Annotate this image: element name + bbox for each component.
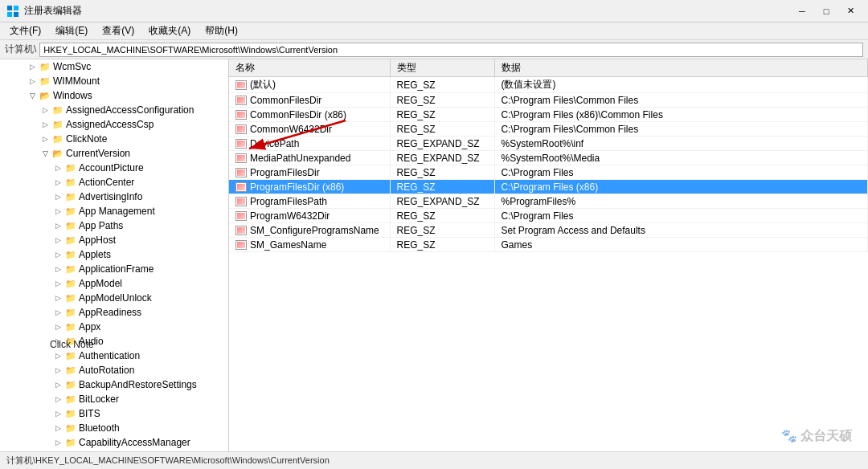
cell-data: C:\Program Files (x86)\Common Files [494, 108, 868, 122]
table-row[interactable]: ProgramFilesPathREG_EXPAND_SZ%ProgramFil… [229, 194, 868, 209]
menu-edit[interactable]: 编辑(E) [49, 22, 94, 39]
expand-wimmount[interactable]: ▷ [26, 77, 39, 85]
tree-panel: ▷ 📁 WcmSvc ▷ 📁 WIMMount ▽ 📂 Windows ▷ 📁 … [0, 59, 229, 451]
tree-label-authentication: Authentication [77, 350, 140, 361]
tree-item-capture[interactable]: ▷ 📁 Capture [0, 450, 228, 451]
tree-label-accountpicture: AccountPicture [77, 162, 144, 173]
expand-appmodelunlock[interactable]: ▷ [51, 294, 64, 302]
expand-audio[interactable]: ▷ [51, 337, 64, 345]
table-row[interactable]: CommonW6432DirREG_SZC:\Program Files\Com… [229, 122, 868, 137]
folder-icon-audio: 📁 [64, 336, 77, 347]
table-row[interactable]: ProgramFilesDir (x86)REG_SZC:\Program Fi… [229, 180, 868, 194]
tree-item-appmodelunlock[interactable]: ▷ 📁 AppModelUnlock [0, 291, 228, 305]
expand-assignedaccesscsp[interactable]: ▷ [39, 120, 51, 128]
table-row[interactable]: ProgramFilesDirREG_SZC:\Program Files [229, 165, 868, 180]
table-row[interactable]: CommonFilesDirREG_SZC:\Program Files\Com… [229, 93, 868, 108]
cell-data: C:\Program Files\Common Files [494, 122, 868, 137]
folder-icon-currentversion: 📂 [51, 149, 64, 159]
tree-item-clicknote[interactable]: ▷ 📁 ClickNote [0, 132, 228, 146]
tree-item-appmanagement[interactable]: ▷ 📁 App Management [0, 204, 228, 218]
tree-item-bluetooth[interactable]: ▷ 📁 Bluetooth [0, 421, 228, 435]
folder-icon-appmanagement: 📁 [64, 206, 77, 217]
table-row[interactable]: SM_GamesNameREG_SZGames [229, 238, 868, 252]
cell-data: C:\Program Files [494, 209, 868, 223]
tree-item-applets[interactable]: ▷ 📁 Applets [0, 247, 228, 262]
values-table: 名称 类型 数据 (默认)REG_SZ(数值未设置)CommonFilesDir… [229, 59, 868, 252]
cell-type: REG_SZ [390, 165, 494, 180]
tree-item-wimmount[interactable]: ▷ 📁 WIMMount [0, 74, 228, 88]
expand-authentication[interactable]: ▷ [51, 352, 64, 360]
expand-wcmsvc[interactable]: ▷ [26, 63, 39, 71]
menu-help[interactable]: 帮助(H) [199, 22, 244, 39]
minimize-button[interactable]: ─ [791, 3, 813, 19]
window-controls: ─ □ ✕ [791, 3, 862, 19]
expand-windows[interactable]: ▽ [26, 92, 39, 100]
svg-rect-3 [14, 12, 18, 17]
tree-item-autorotation[interactable]: ▷ 📁 AutoRotation [0, 363, 228, 377]
expand-clicknote[interactable]: ▷ [39, 135, 51, 143]
folder-icon-actioncenter: 📁 [64, 177, 77, 188]
table-row[interactable]: (默认)REG_SZ(数值未设置) [229, 77, 868, 93]
address-path[interactable]: HKEY_LOCAL_MACHINE\SOFTWARE\Microsoft\Wi… [39, 43, 863, 57]
cell-name: ProgramFilesDir (x86) [229, 180, 390, 194]
expand-applets[interactable]: ▷ [51, 251, 64, 259]
svg-rect-2 [7, 12, 12, 17]
tree-item-appmodel[interactable]: ▷ 📁 AppModel [0, 276, 228, 291]
expand-appreadiness[interactable]: ▷ [51, 308, 64, 316]
tree-item-apppaths[interactable]: ▷ 📁 App Paths [0, 218, 228, 233]
expand-autorotation[interactable]: ▷ [51, 366, 64, 374]
tree-item-audio[interactable]: ▷ 📁 Audio [0, 334, 228, 349]
expand-appmanagement[interactable]: ▷ [51, 207, 64, 215]
expand-apphost[interactable]: ▷ [51, 236, 64, 244]
tree-item-apphost[interactable]: ▷ 📁 AppHost [0, 233, 228, 247]
tree-label-wimmount: WIMMount [51, 75, 100, 87]
tree-item-wcmsvc[interactable]: ▷ 📁 WcmSvc [0, 59, 228, 74]
folder-icon-applets: 📁 [64, 250, 77, 260]
cell-name: DevicePath [229, 137, 390, 151]
table-row[interactable]: CommonFilesDir (x86)REG_SZC:\Program Fil… [229, 108, 868, 122]
table-row[interactable]: ProgramW6432DirREG_SZC:\Program Files [229, 209, 868, 223]
tree-item-advertisinginfo[interactable]: ▷ 📁 AdvertisingInfo [0, 190, 228, 204]
tree-item-accountpicture[interactable]: ▷ 📁 AccountPicture [0, 161, 228, 175]
expand-advertisinginfo[interactable]: ▷ [51, 193, 64, 201]
menu-favorites[interactable]: 收藏夹(A) [142, 22, 197, 39]
tree-label-currentversion: CurrentVersion [64, 148, 130, 159]
expand-applicationframe[interactable]: ▷ [51, 265, 64, 273]
expand-backupandrestore[interactable]: ▷ [51, 381, 64, 389]
folder-icon-appreadiness: 📁 [64, 308, 77, 318]
menu-file[interactable]: 文件(F) [3, 22, 47, 39]
tree-item-bits[interactable]: ▷ 📁 BITS [0, 406, 228, 421]
restore-button[interactable]: □ [815, 3, 837, 19]
app-icon [6, 5, 19, 18]
tree-item-actioncenter[interactable]: ▷ 📁 ActionCenter [0, 175, 228, 190]
expand-assignedaccessconfig[interactable]: ▷ [39, 106, 51, 114]
table-row[interactable]: SM_ConfigureProgramsNameREG_SZSet Progra… [229, 223, 868, 238]
expand-currentversion[interactable]: ▽ [39, 149, 51, 157]
tree-item-bitlocker[interactable]: ▷ 📁 BitLocker [0, 392, 228, 406]
close-button[interactable]: ✕ [839, 3, 862, 19]
expand-bitlocker[interactable]: ▷ [51, 395, 64, 403]
expand-appx[interactable]: ▷ [51, 323, 64, 331]
expand-bits[interactable]: ▷ [51, 410, 64, 418]
tree-item-backupandrestore[interactable]: ▷ 📁 BackupAndRestoreSettings [0, 377, 228, 392]
tree-item-authentication[interactable]: ▷ 📁 Authentication [0, 349, 228, 363]
table-row[interactable]: DevicePathREG_EXPAND_SZ%SystemRoot%\inf [229, 137, 868, 151]
expand-actioncenter[interactable]: ▷ [51, 178, 64, 186]
tree-label-audio: Audio [77, 336, 104, 347]
table-row[interactable]: MediaPathUnexpandedREG_EXPAND_SZ%SystemR… [229, 151, 868, 165]
expand-apppaths[interactable]: ▷ [51, 222, 64, 230]
tree-item-currentversion[interactable]: ▽ 📂 CurrentVersion [0, 146, 228, 161]
tree-item-windows[interactable]: ▽ 📂 Windows [0, 88, 228, 103]
tree-item-assignedaccesscsp[interactable]: ▷ 📁 AssignedAccessCsp [0, 117, 228, 132]
tree-item-assignedaccessconfig[interactable]: ▷ 📁 AssignedAccessConfiguration [0, 103, 228, 117]
tree-item-capabilityaccessmanager[interactable]: ▷ 📁 CapabilityAccessManager [0, 435, 228, 450]
tree-item-appreadiness[interactable]: ▷ 📁 AppReadiness [0, 305, 228, 320]
cell-data: C:\Program Files\Common Files [494, 93, 868, 108]
expand-accountpicture[interactable]: ▷ [51, 164, 64, 172]
expand-appmodel[interactable]: ▷ [51, 279, 64, 288]
tree-item-applicationframe[interactable]: ▷ 📁 ApplicationFrame [0, 262, 228, 276]
menu-view[interactable]: 查看(V) [96, 22, 141, 39]
expand-bluetooth[interactable]: ▷ [51, 424, 64, 432]
expand-capabilityaccessmanager[interactable]: ▷ [51, 438, 64, 447]
tree-item-appx[interactable]: ▷ 📁 Appx [0, 320, 228, 334]
